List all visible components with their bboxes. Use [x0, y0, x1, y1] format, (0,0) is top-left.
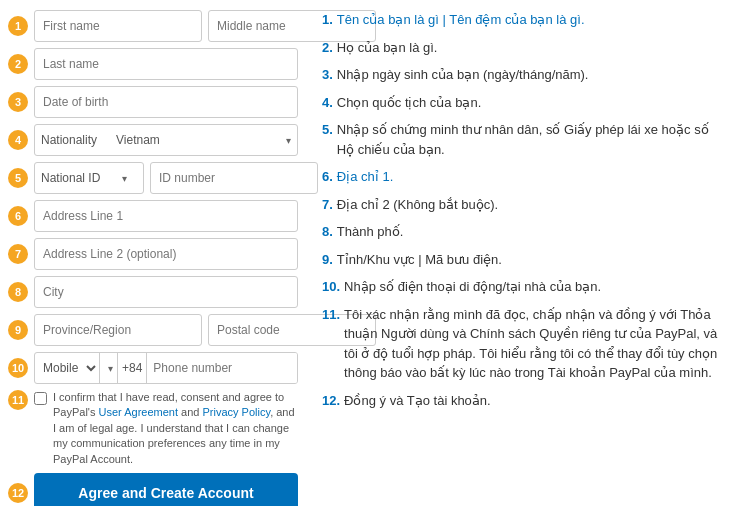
terms-checkbox-row: I confirm that I have read, consent and …: [34, 390, 298, 467]
instruction-12: 12. Đồng ý và Tạo tài khoản.: [322, 391, 722, 411]
instruction-9: 9. Tỉnh/Khu vực | Mã bưu điện.: [322, 250, 722, 270]
instruction-num-10: 10.: [322, 277, 340, 297]
create-account-button[interactable]: Agree and Create Account: [34, 473, 298, 506]
form-row-10: 10 Mobile Home Work ▾ +84: [8, 352, 298, 384]
privacy-policy-link[interactable]: Privacy Policy: [202, 406, 270, 418]
instruction-num-3: 3.: [322, 65, 333, 85]
form-row-1: 1: [8, 10, 298, 42]
instruction-num-2: 2.: [322, 38, 333, 58]
instruction-text-4: Chọn quốc tịch của bạn.: [337, 93, 481, 113]
instruction-highlight-6: Địa chỉ 1.: [337, 169, 393, 184]
instruction-2: 2. Họ của bạn là gì.: [322, 38, 722, 58]
instructions-list: 1. Tên của bạn là gì | Tên đệm của bạn l…: [322, 10, 722, 410]
instruction-text-11: Tôi xác nhận rằng mình đã đọc, chấp nhận…: [344, 305, 722, 383]
instruction-num-7: 7.: [322, 195, 333, 215]
last-name-input[interactable]: [34, 48, 298, 80]
instruction-text-1: Tên của bạn là gì | Tên đệm của bạn là g…: [337, 10, 585, 30]
instruction-10: 10. Nhập số điện thoại di động/tại nhà c…: [322, 277, 722, 297]
phone-number-input[interactable]: [147, 353, 298, 383]
form-row-7: 7: [8, 238, 298, 270]
instruction-3: 3. Nhập ngày sinh của bạn (ngày/tháng/nă…: [322, 65, 722, 85]
instruction-num-4: 4.: [322, 93, 333, 113]
instruction-num-9: 9.: [322, 250, 333, 270]
main-container: 1 2 3 4 Nationality Vietnam Other ▾: [0, 0, 730, 506]
instruction-text-10: Nhập số điện thoại di động/tại nhà của b…: [344, 277, 601, 297]
step-badge-9: 9: [8, 320, 28, 340]
chevron-down-icon-2: ▾: [122, 173, 127, 184]
form-row-8: 8: [8, 276, 298, 308]
instruction-6: 6. Địa chỉ 1.: [322, 167, 722, 187]
province-input[interactable]: [34, 314, 202, 346]
instruction-num-12: 12.: [322, 391, 340, 411]
step-badge-12: 12: [8, 483, 28, 503]
instruction-text-9: Tỉnh/Khu vực | Mã bưu điện.: [337, 250, 502, 270]
instruction-7: 7. Địa chỉ 2 (Không bắt buộc).: [322, 195, 722, 215]
address-line1-input[interactable]: [34, 200, 298, 232]
instruction-text-8: Thành phố.: [337, 222, 404, 242]
user-agreement-link[interactable]: User Agreement: [99, 406, 178, 418]
step-badge-4: 4: [8, 130, 28, 150]
instruction-num-5: 5.: [322, 120, 333, 159]
terms-checkbox[interactable]: [34, 392, 47, 405]
instruction-num-8: 8.: [322, 222, 333, 242]
form-panel: 1 2 3 4 Nationality Vietnam Other ▾: [8, 10, 298, 506]
instruction-8: 8. Thành phố.: [322, 222, 722, 242]
date-of-birth-input[interactable]: [34, 86, 298, 118]
step-badge-1: 1: [8, 16, 28, 36]
terms-text: I confirm that I have read, consent and …: [53, 390, 298, 467]
phone-prefix-label: +84: [118, 353, 147, 383]
instruction-text-5: Nhập số chứng minh thư nhân dân, số Giấy…: [337, 120, 722, 159]
step-badge-11: 11: [8, 390, 28, 410]
step-badge-7: 7: [8, 244, 28, 264]
step-badge-10: 10: [8, 358, 28, 378]
instruction-num-6: 6.: [322, 167, 333, 187]
address-line2-input[interactable]: [34, 238, 298, 270]
instruction-num-11: 11.: [322, 305, 340, 383]
form-row-6: 6: [8, 200, 298, 232]
instruction-4: 4. Chọn quốc tịch của bạn.: [322, 93, 722, 113]
id-type-select[interactable]: National ID Passport Driver License: [41, 171, 118, 185]
step-badge-8: 8: [8, 282, 28, 302]
nationality-select[interactable]: Vietnam Other: [116, 133, 282, 147]
instruction-1: 1. Tên của bạn là gì | Tên đệm của bạn l…: [322, 10, 722, 30]
step-badge-3: 3: [8, 92, 28, 112]
instruction-11: 11. Tôi xác nhận rằng mình đã đọc, chấp …: [322, 305, 722, 383]
phone-type-select[interactable]: Mobile Home Work: [35, 353, 100, 383]
instructions-panel: 1. Tên của bạn là gì | Tên đệm của bạn l…: [314, 10, 722, 506]
form-row-3: 3: [8, 86, 298, 118]
city-input[interactable]: [34, 276, 298, 308]
step-badge-6: 6: [8, 206, 28, 226]
id-type-wrapper[interactable]: National ID Passport Driver License ▾: [34, 162, 144, 194]
instruction-text-7: Địa chỉ 2 (Không bắt buộc).: [337, 195, 498, 215]
instruction-text-3: Nhập ngày sinh của bạn (ngày/tháng/năm).: [337, 65, 589, 85]
instruction-text-12: Đồng ý và Tạo tài khoản.: [344, 391, 491, 411]
step-badge-5: 5: [8, 168, 28, 188]
form-row-11: 11 I confirm that I have read, consent a…: [8, 390, 298, 467]
instruction-5: 5. Nhập số chứng minh thư nhân dân, số G…: [322, 120, 722, 159]
nationality-label: Nationality: [41, 133, 116, 147]
id-number-input[interactable]: [150, 162, 318, 194]
chevron-down-icon-3: ▾: [104, 353, 118, 383]
first-name-input[interactable]: [34, 10, 202, 42]
form-row-5: 5 National ID Passport Driver License ▾: [8, 162, 298, 194]
instruction-highlight-1: Tên của bạn là gì | Tên đệm của bạn là g…: [337, 12, 585, 27]
chevron-down-icon: ▾: [286, 135, 291, 146]
instruction-num-1: 1.: [322, 10, 333, 30]
phone-wrapper[interactable]: Mobile Home Work ▾ +84: [34, 352, 298, 384]
instruction-text-2: Họ của bạn là gì.: [337, 38, 438, 58]
form-row-2: 2: [8, 48, 298, 80]
nationality-wrapper[interactable]: Nationality Vietnam Other ▾: [34, 124, 298, 156]
step-badge-2: 2: [8, 54, 28, 74]
form-row-4: 4 Nationality Vietnam Other ▾: [8, 124, 298, 156]
form-row-9: 9: [8, 314, 298, 346]
instruction-text-6: Địa chỉ 1.: [337, 167, 393, 187]
form-row-12: 12 Agree and Create Account: [8, 473, 298, 506]
